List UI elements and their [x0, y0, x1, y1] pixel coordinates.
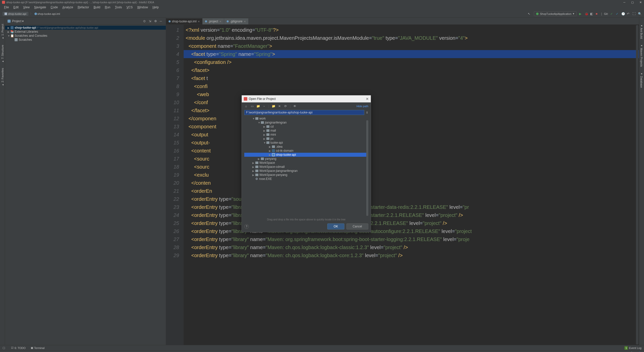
code-line[interactable]: <confi — [184, 82, 639, 90]
dialog-tree-row[interactable]: ▶WorkSpace-cdmall — [244, 165, 368, 169]
gutter-tab[interactable]: ◂ Database — [639, 71, 644, 89]
tree-arrow-icon[interactable]: ▶ — [269, 149, 271, 152]
code-line[interactable]: </facet> — [184, 66, 639, 74]
tree-arrow-icon[interactable]: ▶ — [263, 125, 265, 128]
dialog-titlebar[interactable]: Open File or Project ✕ — [242, 95, 371, 102]
menu-navigate[interactable]: Navigate — [32, 5, 48, 10]
vcs-update-icon[interactable]: ✓ — [610, 12, 614, 16]
tab-todo[interactable]: ☑ 6: TODO — [11, 346, 26, 349]
tree-external-libs[interactable]: ▶ 📚 External Libraries — [5, 30, 166, 34]
maximize-button[interactable]: ▢ — [631, 1, 634, 4]
tree-arrow-icon[interactable]: ▶ — [252, 162, 254, 164]
run-icon[interactable]: ▶ — [579, 12, 583, 16]
dialog-tree-row[interactable]: ▶mini — [244, 133, 368, 137]
tree-arrow-icon[interactable]: ▶ — [263, 133, 265, 136]
history-dropdown-icon[interactable]: ⇓ — [366, 111, 368, 114]
path-input[interactable] — [244, 110, 364, 115]
hide-icon[interactable]: ─ — [160, 19, 163, 23]
dialog-tree-row[interactable]: ▼jiangnanfengran — [244, 121, 368, 125]
gutter-tab[interactable]: ◂ Ant Build — [639, 23, 644, 40]
new-folder-icon[interactable]: 📁 — [272, 104, 275, 108]
project-tree[interactable]: ▶ shop-tuoke-api F:\work\jiangnanfengran… — [5, 25, 166, 43]
stop-icon[interactable]: ■ — [596, 12, 599, 16]
menu-run[interactable]: Run — [103, 5, 112, 10]
menu-file[interactable]: File — [2, 5, 11, 10]
dialog-tree-row[interactable]: ▶cd — [244, 125, 368, 129]
dialog-tree-scrollbar[interactable] — [366, 120, 368, 216]
expand-arrow-icon[interactable]: ▶ — [8, 26, 10, 29]
dialog-tree-row[interactable]: ▶pc — [244, 137, 368, 141]
dialog-tree-row[interactable]: ⚙rose.EXE — [244, 177, 368, 181]
tree-root-row[interactable]: ▶ shop-tuoke-api F:\work\jiangnanfengran… — [5, 26, 166, 30]
menu-edit[interactable]: Edit — [11, 5, 21, 10]
desktop-icon[interactable]: ▭ — [250, 104, 254, 108]
home-icon[interactable]: ⌂ — [244, 104, 248, 108]
tool-window-icon[interactable]: ▢ — [3, 346, 6, 350]
code-line[interactable]: <orderEntry type="library" name="Maven: … — [184, 243, 639, 251]
gutter-tab[interactable]: ▸ 7: Structure — [0, 44, 5, 64]
minimize-button[interactable]: ─ — [623, 1, 626, 4]
debug-icon[interactable]: 🐞 — [585, 12, 588, 16]
code-line[interactable]: <component name="FacetManager"> — [184, 42, 639, 50]
run-configuration-dropdown[interactable]: ShopTuokeApiApplication ▾ — [534, 11, 577, 16]
dialog-file-tree[interactable]: ▼work▼jiangnanfengran▶cd▶mall▶mini▶pc▼tu… — [244, 116, 368, 217]
gear-icon[interactable]: ⚙ — [154, 19, 158, 23]
gutter-tab[interactable]: ◂ Maven Projects — [639, 43, 644, 68]
nav-breadcrumb-module[interactable]: shop-tuoke-api — [3, 12, 28, 16]
back-arrow-icon[interactable]: ↖ — [528, 12, 531, 16]
editor-tab[interactable]: .gitignore✕ — [224, 18, 248, 24]
dialog-tree-row[interactable]: ▼tuoke-api — [244, 141, 368, 145]
tree-arrow-icon[interactable]: ▼ — [258, 121, 260, 124]
module-dir-icon[interactable]: ▫ — [262, 104, 266, 108]
code-line[interactable]: <?xml version="1.0" encoding="UTF-8"?> — [184, 26, 639, 34]
tab-terminal[interactable]: ▣ Terminal — [31, 346, 45, 349]
dialog-tree-row[interactable]: ▶cd-tk-domain — [244, 149, 368, 153]
help-icon[interactable]: ? — [244, 224, 249, 229]
tree-scratches[interactable]: ▼ 📋 Scratches and Consoles — [5, 34, 166, 38]
dialog-tree-row[interactable]: ▶.idea — [244, 145, 368, 149]
refresh-icon[interactable]: ⟳ — [284, 104, 287, 108]
nav-chip-file[interactable]: shop-tuoke-api.iml — [37, 12, 60, 15]
expand-arrow-icon[interactable]: ▶ — [8, 30, 10, 33]
delete-icon[interactable]: ✕ — [278, 104, 281, 108]
menu-build[interactable]: Build — [92, 5, 102, 10]
vcs-revert-icon[interactable]: ↶ — [627, 12, 630, 16]
vcs-history-icon[interactable]: 🕑 — [621, 12, 625, 16]
dialog-tree-row[interactable]: ▶yanyang — [244, 157, 368, 161]
menu-refactor[interactable]: Refactor — [76, 5, 91, 10]
code-line[interactable]: <facet type="Spring" name="Spring"> — [184, 50, 639, 58]
hide-path-link[interactable]: Hide path — [356, 105, 368, 108]
project-title[interactable]: Project — [12, 19, 21, 23]
dialog-tree-row[interactable]: ▶mall — [244, 129, 368, 133]
search-icon[interactable]: 🔍 — [638, 12, 641, 16]
dialog-tree-row[interactable]: ▶WorkSpace-yanyang — [244, 173, 368, 177]
code-line[interactable]: <orderEntry type="library" name="Maven: … — [184, 235, 639, 243]
collapse-icon[interactable]: ⇲ — [149, 19, 152, 23]
dialog-tree-row[interactable]: ▶shop-tuoke-api — [244, 153, 368, 157]
vcs-commit-icon[interactable]: ✓ — [616, 12, 619, 16]
tree-arrow-icon[interactable]: ▶ — [258, 158, 260, 160]
editor-tab[interactable]: .project✕ — [203, 18, 224, 24]
code-line[interactable]: <facet t — [184, 74, 639, 82]
menu-analyze[interactable]: Analyze — [60, 5, 75, 10]
tree-arrow-icon[interactable]: ▼ — [263, 141, 265, 144]
gutter-tab[interactable]: ▸ 2: Favorites — [0, 67, 5, 88]
tree-arrow-icon[interactable]: ▶ — [269, 153, 271, 156]
project-dir-icon[interactable]: 📁 — [256, 104, 260, 108]
tree-arrow-icon[interactable]: ▼ — [252, 117, 254, 120]
settings-icon[interactable]: ⛶ — [632, 12, 636, 16]
close-button[interactable]: ✕ — [639, 1, 642, 4]
coverage-icon[interactable]: ◧ — [590, 12, 594, 16]
tree-arrow-icon[interactable]: ▶ — [252, 166, 254, 168]
menu-tools[interactable]: Tools — [113, 5, 124, 10]
tree-arrow-icon[interactable]: ▶ — [269, 145, 271, 148]
dialog-tree-row[interactable]: ▶WorkSpace — [244, 161, 368, 165]
code-line[interactable]: <configuration /> — [184, 58, 639, 66]
code-line[interactable]: <module org.jetbrains.idea.maven.project… — [184, 34, 639, 42]
code-line[interactable]: <orderEntry type="library" name="Maven: … — [184, 251, 639, 259]
close-tab-icon[interactable]: ✕ — [244, 20, 246, 23]
editor-tab[interactable]: shop-tuoke-api.iml✕ — [166, 18, 202, 24]
tree-scratches-child[interactable]: Scratches — [5, 38, 166, 42]
close-tab-icon[interactable]: ✕ — [219, 20, 221, 23]
tree-arrow-icon[interactable]: ▶ — [252, 170, 254, 172]
